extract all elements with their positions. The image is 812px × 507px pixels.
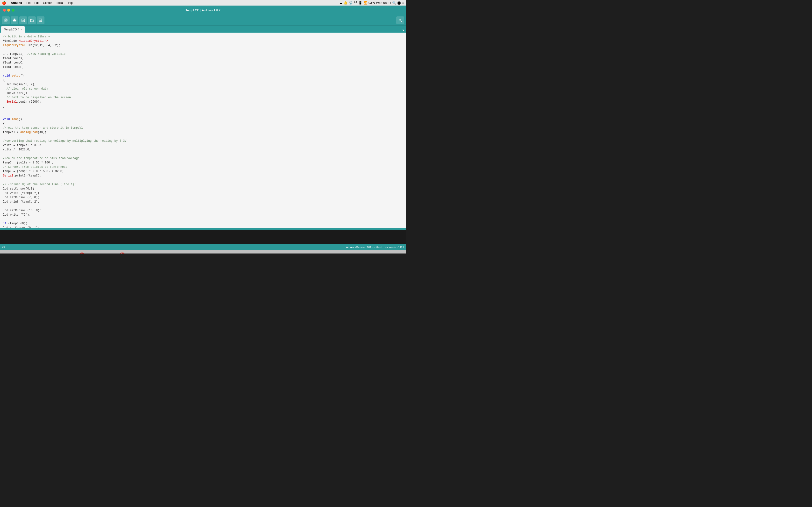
siri-icon[interactable]: ⬤ [397, 1, 401, 5]
code-line [3, 217, 403, 221]
dock-rocket[interactable]: 🚀 [58, 252, 71, 254]
code-line: Serial.begin (9600); [3, 100, 403, 104]
tab-dropdown-icon[interactable]: ▾ [402, 28, 404, 32]
dock-folder2[interactable]: 📁 [305, 252, 317, 254]
tab-close-icon[interactable]: × [20, 28, 22, 31]
code-line [3, 108, 403, 113]
dock-folder1[interactable]: 📁 [292, 252, 304, 254]
new-button[interactable] [19, 16, 27, 24]
dock-terminal[interactable]: >_ [126, 252, 139, 254]
toolbar-search[interactable] [396, 16, 404, 24]
menu-edit[interactable]: Edit [34, 1, 39, 5]
dock-safari[interactable]: ⊕ [153, 252, 165, 254]
code-line [3, 152, 403, 156]
menu-extra-icon[interactable]: ≡ [402, 1, 404, 5]
statusbar: 45 Arduino/Genuino 101 on /dev/cu.usbmod… [0, 244, 406, 250]
code-line [3, 204, 403, 208]
dock-folder3[interactable]: 📁 [318, 252, 331, 254]
tab-templcd[interactable]: TempLCD § × [1, 26, 25, 33]
dock-launchpad[interactable]: 🚀 [45, 252, 57, 254]
open-icon [30, 18, 34, 22]
dock-acrobat[interactable]: A [194, 252, 206, 254]
dock-keynote[interactable]: S [207, 252, 220, 254]
dock-notes[interactable]: 📝 [99, 252, 111, 254]
dropbox-icon: ☁ [339, 1, 343, 5]
code-line: void loop() [3, 117, 403, 121]
dock-folder5[interactable]: 📁 [346, 252, 358, 254]
divider-handle [198, 229, 208, 229]
code-line [3, 48, 403, 52]
serial-monitor[interactable] [0, 230, 406, 244]
code-line [3, 134, 403, 139]
cast-icon: 📡 [349, 1, 353, 5]
code-line: // (Column 0) of the second line (line 1… [3, 182, 403, 187]
open-button[interactable] [28, 16, 36, 24]
code-line: // text to be dispalyed on the screen [3, 95, 403, 100]
dock-imagecapture[interactable]: 📷 [261, 252, 274, 254]
close-button[interactable] [3, 9, 6, 12]
calendar-badge: 1 [80, 252, 84, 254]
dock-trash[interactable] [362, 252, 375, 254]
code-line: void setup() [3, 74, 403, 78]
dock-folder4[interactable]: 📁 [332, 252, 345, 254]
code-editor[interactable]: // built in arduino library #include <Li… [0, 33, 406, 228]
maximize-button[interactable] [12, 9, 14, 12]
dock-calendar[interactable]: 30 📅 1 [72, 252, 84, 254]
code-line: Serial.println(tempC); [3, 174, 403, 178]
notification-icon: 🔔 [344, 1, 348, 5]
save-button[interactable] [37, 16, 45, 24]
upload-icon [12, 18, 17, 22]
code-line: if (tempC <0){ [3, 221, 403, 226]
line-number: 45 [2, 246, 5, 249]
menu-help[interactable]: Help [67, 1, 73, 5]
code-line [3, 178, 403, 182]
appstore-badge: 14 [120, 252, 124, 254]
minimize-button[interactable] [7, 9, 10, 12]
svg-point-0 [4, 18, 8, 22]
menu-file[interactable]: File [26, 1, 31, 5]
code-line: volts = tempVal * 3.3; [3, 143, 403, 148]
dock-freeform[interactable]: F [221, 252, 233, 254]
code-line: } [3, 104, 403, 108]
code-line: tempVal = analogRead(A0); [3, 130, 403, 134]
code-line: float tempF; [3, 65, 403, 69]
apple-menu[interactable]: 🍎 [2, 1, 6, 5]
menu-sketch[interactable]: Sketch [43, 1, 52, 5]
code-line: #include <LiquidCrystal.h> [3, 39, 403, 43]
dock-photos[interactable] [248, 252, 260, 254]
app-name[interactable]: Arduino [11, 1, 22, 5]
dock-word[interactable]: W [166, 252, 179, 254]
code-line: lcd.setCursor (7, 0); [3, 195, 403, 200]
code-line: lcd.setCursor (0, 1); [3, 226, 403, 228]
tabbar: TempLCD § × ▾ [0, 25, 406, 33]
dock-appstore[interactable]: A 14 [112, 252, 125, 254]
save-icon [39, 18, 43, 22]
dock-contacts[interactable]: 📒 [85, 252, 98, 254]
verify-button[interactable] [2, 16, 10, 24]
search-icon[interactable]: 🔍 [392, 1, 396, 5]
dock: 🚀 🚀 30 📅 1 📒 📝 A 14 >_ [0, 250, 406, 253]
clock: Wed 08:34 [376, 1, 391, 5]
code-line: // built in arduino library [3, 35, 403, 39]
verify-icon [4, 18, 8, 22]
code-line: // Convert from celcius to fahrenheit [3, 165, 403, 169]
dock-chrome[interactable] [234, 252, 247, 254]
upload-button[interactable] [11, 16, 18, 24]
dock-sketch[interactable]: S [140, 252, 152, 254]
wifi-icon: 📶 [363, 1, 367, 5]
code-line: lcd.setCursor (13, 0); [3, 208, 403, 213]
menubar-right: ☁ 🔔 📡 A5 📱 📶 93% Wed 08:34 🔍 ⬤ ≡ [339, 1, 404, 5]
code-line [3, 69, 403, 74]
code-line [3, 113, 403, 117]
menu-tools[interactable]: Tools [56, 1, 63, 5]
code-line: lcd.write ("Temp: "); [3, 191, 403, 195]
dock-illustrator[interactable]: Ai [180, 252, 193, 254]
code-line: lcd.write ("C"); [3, 213, 403, 217]
code-line: lcd.setCursor(0,0); [3, 187, 403, 191]
code-line: lcd.begin(16, 2); [3, 82, 403, 87]
dock-finder[interactable] [31, 252, 44, 254]
dock-arduino[interactable]: ∞ [275, 252, 287, 254]
toolbar [0, 15, 406, 25]
code-line: tempF = (tempC * 9.0 / 5.0) + 32.0; [3, 169, 403, 174]
menubar: 🍎 Arduino File Edit Sketch Tools Help ☁ … [0, 0, 406, 6]
